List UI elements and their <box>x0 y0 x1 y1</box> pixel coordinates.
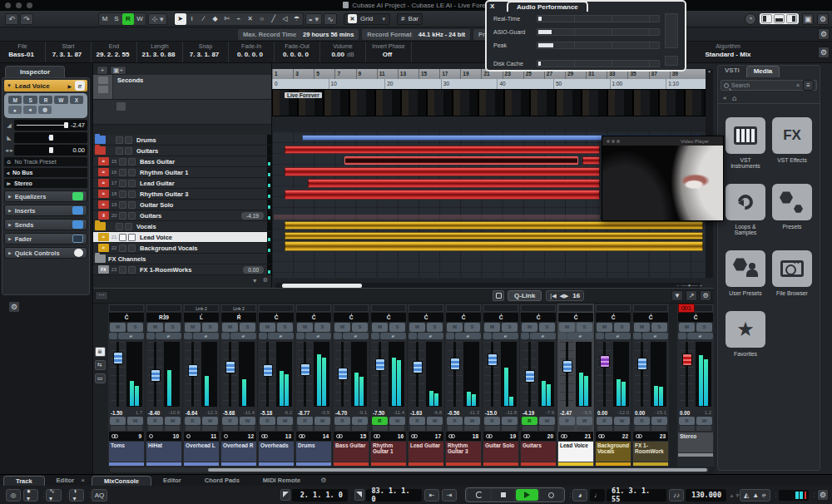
grid-unit-dropdown[interactable]: # Bar <box>397 13 423 25</box>
q-link-button[interactable]: Q-Link <box>508 290 542 301</box>
cycle-button[interactable] <box>468 489 490 501</box>
mute-button[interactable]: M <box>522 323 537 332</box>
monitor-button[interactable]: ◂ <box>23 106 37 114</box>
show-faders-button[interactable]: ≣ <box>95 347 106 357</box>
info-field[interactable]: End 29. 2. 2. 55 <box>92 42 137 62</box>
fader-track[interactable] <box>635 342 649 407</box>
read-button[interactable]: R <box>297 417 313 425</box>
split-tool[interactable]: ✄ <box>221 13 233 25</box>
close-icon[interactable]: × <box>81 477 85 484</box>
auto-follow-button[interactable]: ⊹ ▾ <box>148 13 167 25</box>
read-button[interactable]: R <box>447 417 463 425</box>
fader-value[interactable]: -6.64 <box>186 410 197 416</box>
fader-handle[interactable] <box>413 361 423 373</box>
fader-track[interactable] <box>111 342 125 407</box>
video-track-lane[interactable]: Live Forever <box>272 89 706 116</box>
mute-button[interactable]: M <box>484 323 500 332</box>
info-field[interactable]: Invert Phase Off <box>366 42 412 62</box>
line-tool[interactable]: ╱ <box>268 13 280 25</box>
mute-button[interactable] <box>116 136 123 144</box>
fader-track[interactable] <box>298 342 312 407</box>
edit-channel-button[interactable]: e <box>567 333 593 339</box>
solo-button[interactable] <box>128 180 136 187</box>
fader-handle[interactable] <box>637 358 647 370</box>
channel-name[interactable]: Lead Voice <box>558 442 593 462</box>
fader-value[interactable]: -4.70 <box>335 410 347 416</box>
read-button[interactable]: R <box>522 417 537 425</box>
tile-vst-effects[interactable]: FX VST Effects <box>771 117 813 169</box>
read-button[interactable]: R <box>260 417 275 425</box>
audio-clip-bass-guitar[interactable] <box>285 146 600 154</box>
read-button[interactable]: R <box>39 96 52 104</box>
pan-control[interactable]: C <box>678 313 713 322</box>
output-routing-row[interactable]: ◃No Bus <box>4 168 87 177</box>
mute-button[interactable] <box>119 234 126 241</box>
listen-button[interactable] <box>483 333 492 339</box>
tile-favorites[interactable]: ★ Favorites <box>725 311 766 357</box>
lower-zone-toggle[interactable] <box>774 14 785 23</box>
fader-value[interactable]: -2.47 <box>560 410 572 416</box>
pre-roll-button[interactable]: ◕ <box>572 489 587 502</box>
audio-clip-rhythm-guitar-1b[interactable] <box>582 156 600 165</box>
channel-name[interactable]: Overheads <box>259 442 294 462</box>
section-inserts[interactable]: ▶Inserts <box>4 205 87 216</box>
fader-track[interactable] <box>485 342 499 407</box>
track-row[interactable]: 21 Lead Voice <box>93 232 271 243</box>
write-button[interactable]: W <box>165 417 181 425</box>
mute-button[interactable]: M <box>597 323 612 332</box>
channel-strip[interactable]: C M S e <box>333 304 369 467</box>
tab-inspector[interactable]: Inspector <box>5 66 65 77</box>
right-locator-icon[interactable] <box>354 489 365 501</box>
read-button[interactable]: R <box>110 417 126 425</box>
redo-button[interactable]: ↷ <box>20 13 33 25</box>
write-button[interactable]: W <box>54 96 67 104</box>
left-zone-toggle[interactable] <box>761 14 772 23</box>
right-zone-toggle[interactable] <box>786 14 797 23</box>
fader-track[interactable] <box>186 342 200 407</box>
monitor-button[interactable] <box>485 426 500 431</box>
solo-button[interactable] <box>128 190 136 198</box>
write-button[interactable]: W <box>651 417 667 425</box>
right-locator-display[interactable]: 83. 1. 1. 0 <box>366 489 422 502</box>
solo-button[interactable]: S <box>240 323 255 332</box>
read-button[interactable]: R <box>597 417 612 425</box>
setup-window-layout-button[interactable]: ◔ <box>745 13 756 25</box>
listen-button[interactable] <box>446 333 454 339</box>
pan-control[interactable]: C <box>371 313 406 322</box>
play-button[interactable] <box>516 489 538 501</box>
record-enable-button[interactable] <box>464 426 479 431</box>
left-locator-display[interactable]: 2. 1. 1. 0 <box>292 489 348 502</box>
color-tool[interactable]: ☂ <box>291 13 303 25</box>
write-button[interactable]: W <box>314 417 330 425</box>
fader-handle[interactable] <box>525 370 535 383</box>
color-menu-button[interactable]: ◒ ▾ <box>305 13 322 25</box>
channel-name[interactable]: HiHat <box>146 442 181 462</box>
channel-name[interactable]: Overhead R <box>221 442 256 462</box>
track-row[interactable]: 19 Guitar Solo <box>93 200 271 210</box>
audio-clip-background-vocals[interactable] <box>285 241 703 251</box>
monitor-button[interactable] <box>635 426 650 431</box>
channel-strip[interactable]: C M S e <box>595 304 631 467</box>
monitor-button[interactable] <box>522 426 537 431</box>
erase-tool[interactable]: ◆ <box>210 13 221 25</box>
input-gain-knob[interactable]: ◍ <box>38 106 52 114</box>
add-track-button[interactable]: + <box>97 66 108 75</box>
solo-button[interactable] <box>128 234 136 241</box>
solo-button[interactable]: S <box>464 323 480 332</box>
edit-channel-button[interactable]: e <box>455 333 481 339</box>
audio-clip-guitar-solo[interactable] <box>285 190 600 200</box>
edit-channel-button[interactable]: e <box>530 333 556 339</box>
track-row[interactable]: 18 Rhythm Guitar 3 <box>93 189 271 200</box>
fader-value[interactable]: -0.56 <box>448 410 459 416</box>
fader-value[interactable]: -8.40 <box>148 410 160 416</box>
metronome-icon[interactable]: ◭ <box>744 492 749 499</box>
show-routing-button[interactable]: ⇆ <box>95 360 106 370</box>
channel-name[interactable]: Stereo <box>678 432 713 452</box>
mute-button[interactable]: M <box>409 323 425 332</box>
fader-value[interactable]: -8.77 <box>298 410 310 416</box>
position-display[interactable]: 61. 3. 1. 55 <box>607 489 666 502</box>
lower-zone-gear[interactable]: ⚙ <box>320 477 326 484</box>
object-select-tool[interactable]: ➤ <box>175 13 186 25</box>
section-quick-controls[interactable]: ▶Quick Controls <box>4 247 87 259</box>
tab-track[interactable]: Track <box>3 476 45 486</box>
